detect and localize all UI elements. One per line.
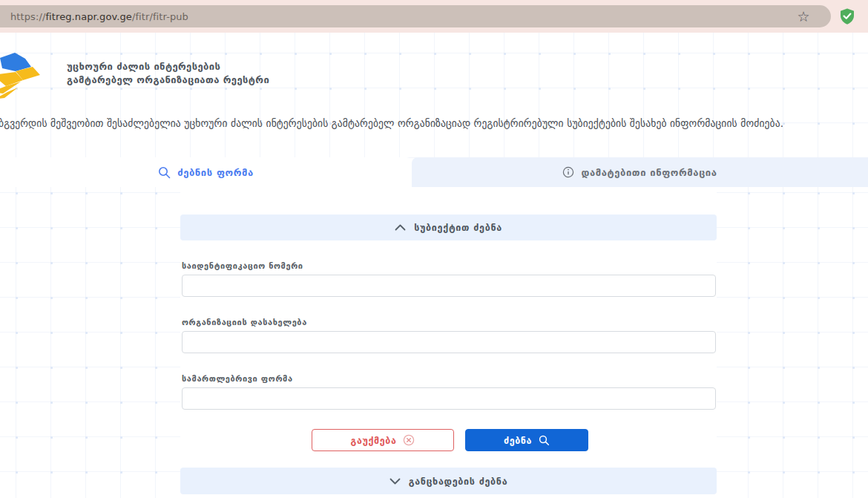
subject-search-section-toggle[interactable]: სუბიექტით ძებნა [180, 214, 717, 240]
cancel-button-label: გაუქმება [351, 435, 397, 446]
extension-shield-icon[interactable] [838, 7, 856, 25]
search-panel: სუბიექტით ძებნა საიდენტიფიკაციო ნომერი ო… [180, 187, 717, 498]
address-bar[interactable]: https://fitreg.napr.gov.ge/fitr/fitr-pub [0, 5, 831, 27]
url-host: fitreg.napr.gov.ge [45, 11, 132, 22]
application-search-section-toggle[interactable]: განცხადების ძებნა [180, 468, 717, 494]
organization-name-input[interactable] [182, 331, 716, 353]
page-title-line2: გამტარებელ ორგანიზაციათა რეესტრი [67, 73, 269, 87]
tab-additional-info[interactable]: დამატებითი ინფორმაცია [412, 157, 868, 187]
browser-toolbar: https://fitreg.napr.gov.ge/fitr/fitr-pub… [0, 0, 868, 33]
identification-number-input[interactable] [182, 275, 716, 297]
subject-search-section-title: სუბიექტით ძებნა [414, 222, 502, 233]
url-path: /fitr/fitr-pub [132, 11, 188, 22]
info-icon [562, 166, 574, 178]
cancel-circle-x-icon [403, 434, 415, 446]
tab-bar: დამატებითი ინფორმაცია ძებნის ფორმა [0, 157, 868, 187]
site-logo-icon [0, 49, 46, 105]
legal-form-label: სამართლებრივი ფორმა [182, 374, 293, 384]
url-scheme: https:// [10, 11, 45, 22]
cancel-button[interactable]: გაუქმება [312, 429, 454, 451]
search-icon [158, 166, 171, 179]
chevron-up-icon [395, 224, 406, 231]
tab-search-form-label: ძებნის ფორმა [177, 167, 254, 178]
organization-name-label: ორგანიზაციის დასახელება [182, 318, 307, 327]
chevron-down-icon [389, 478, 401, 485]
application-search-section-title: განცხადების ძებნა [409, 476, 508, 487]
page-background: უცხოური ძალის ინტერესების გამტარებელ ორგ… [0, 33, 868, 498]
search-button[interactable]: ძებნა [465, 429, 588, 451]
url-text: https://fitreg.napr.gov.ge/fitr/fitr-pub [10, 11, 188, 22]
page-title: უცხოური ძალის ინტერესების გამტარებელ ორგ… [67, 60, 269, 87]
intro-description: ებგვერდის მეშვეობით შესაძლებელია უცხოური… [0, 117, 783, 129]
bookmark-star-icon[interactable]: ☆ [794, 7, 813, 26]
page-title-line1: უცხოური ძალის ინტერესების [67, 60, 269, 73]
legal-form-input[interactable] [182, 387, 716, 410]
identification-number-label: საიდენტიფიკაციო ნომერი [182, 261, 303, 271]
tab-search-form[interactable]: ძებნის ფორმა [0, 157, 412, 187]
search-button-magnifier-icon [539, 435, 550, 446]
tab-additional-info-label: დამატებითი ინფორმაცია [581, 167, 717, 178]
search-button-label: ძებნა [504, 435, 532, 446]
